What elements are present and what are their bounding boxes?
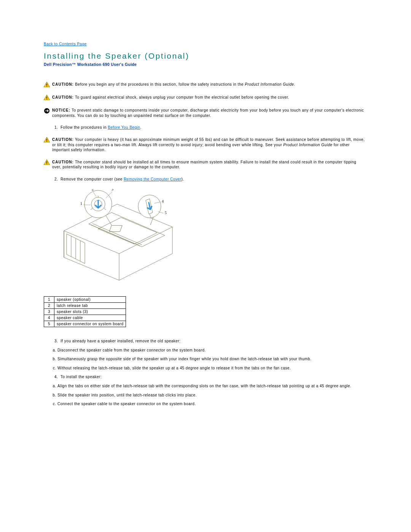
caution-text: CAUTION: Your computer is heavy (it has … — [52, 137, 365, 153]
back-to-contents-link[interactable]: Back to Contents Page — [44, 42, 365, 46]
svg-rect-12 — [46, 163, 47, 164]
step-2: 2.Remove the computer cover (see Removin… — [54, 177, 365, 182]
svg-text:5: 5 — [165, 211, 167, 215]
list-item: Connect the speaker cable to the speaker… — [57, 401, 365, 407]
table-row: 3speaker slots (3) — [44, 308, 126, 315]
caution-block-3: CAUTION: Your computer is heavy (it has … — [44, 137, 365, 153]
list-item: Without releasing the latch-release tab,… — [57, 366, 365, 371]
caution-icon — [44, 160, 50, 166]
svg-rect-11 — [46, 161, 47, 163]
svg-text:2: 2 — [92, 189, 94, 191]
step-3: 3.If you already have a speaker installe… — [44, 339, 365, 371]
table-row: 1speaker (optional) — [44, 296, 126, 302]
page-title: Installing the Speaker (Optional) — [44, 51, 365, 61]
caution-icon — [44, 82, 50, 88]
notice-icon — [44, 108, 50, 115]
list-item: Simultaneously grasp the opposite side o… — [57, 356, 365, 362]
table-row: 2latch release tab — [44, 302, 126, 308]
notice-block-1: NOTICE: To prevent static damage to comp… — [44, 108, 365, 118]
step-1: 1.Follow the procedures in Before You Be… — [54, 125, 365, 130]
before-you-begin-link[interactable]: Before You Begin — [108, 125, 140, 129]
caution-icon — [44, 95, 50, 101]
svg-rect-13 — [109, 225, 122, 232]
svg-rect-8 — [46, 139, 47, 141]
table-row: 5speaker connector on system board — [44, 321, 126, 327]
document-subtitle: Dell Precision™ Workstation 690 User's G… — [44, 62, 365, 67]
caution-block-2: CAUTION: To guard against electrical sho… — [44, 95, 365, 101]
caution-block-1: CAUTION: Before you begin any of the pro… — [44, 82, 365, 88]
caution-text: CAUTION: The computer stand should be in… — [52, 160, 365, 170]
step-4: 4.To install the speaker: Align the tabs… — [44, 374, 365, 407]
svg-text:3: 3 — [112, 189, 114, 191]
caution-icon — [44, 137, 50, 143]
svg-rect-1 — [46, 84, 47, 86]
svg-rect-4 — [46, 97, 47, 99]
svg-rect-9 — [46, 141, 47, 142]
list-item: Disconnect the speaker cable from the sp… — [57, 348, 365, 353]
svg-text:1: 1 — [80, 201, 83, 206]
svg-text:4: 4 — [162, 199, 164, 203]
caution-block-4: CAUTION: The computer stand should be in… — [44, 160, 365, 170]
list-item: Slide the speaker into position, until t… — [57, 393, 365, 398]
removing-cover-link[interactable]: Removing the Computer Cover — [124, 177, 181, 181]
notice-text: NOTICE: To prevent static damage to comp… — [52, 108, 365, 118]
svg-line-19 — [150, 217, 153, 225]
diagram-speaker-install: 1 2 3 4 5 — [54, 189, 365, 285]
list-item: Align the tabs on either side of the lat… — [57, 383, 365, 389]
svg-rect-2 — [46, 86, 47, 87]
caution-text: CAUTION: Before you begin any of the pro… — [52, 82, 365, 87]
table-row: 4speaker cable — [44, 315, 126, 321]
svg-rect-5 — [46, 99, 47, 100]
parts-table: 1speaker (optional) 2latch release tab 3… — [44, 296, 126, 327]
caution-text: CAUTION: To guard against electrical sho… — [52, 95, 365, 100]
